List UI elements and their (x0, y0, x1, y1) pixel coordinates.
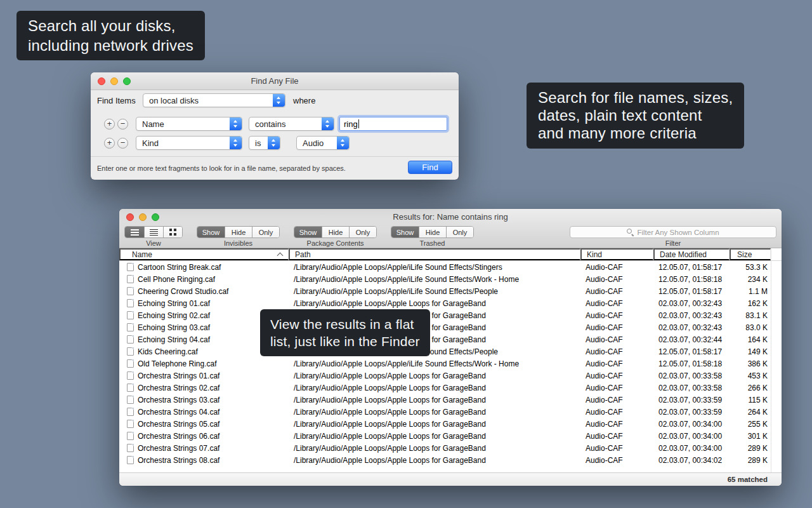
cell-kind: Audio-CAF (580, 432, 653, 441)
segment-hide-button[interactable]: Hide (225, 227, 252, 237)
cell-kind: Audio-CAF (580, 444, 653, 453)
table-row[interactable]: Echoing String 01.caf /Library/Audio/App… (119, 297, 782, 309)
close-button[interactable] (126, 213, 134, 221)
table-row[interactable]: Cell Phone Ringing.caf /Library/Audio/Ap… (119, 273, 782, 285)
cell-path: /Library/Audio/Apple Loops/Apple/iLife S… (289, 263, 580, 272)
segment-only-button[interactable]: Only (349, 227, 376, 237)
cell-path: /Library/Audio/Apple Loops/Apple Loops f… (289, 456, 580, 465)
close-button[interactable] (98, 77, 105, 85)
file-kind: Audio-CAF (586, 408, 623, 417)
segment-show-button[interactable]: Show (294, 227, 322, 237)
filter-section: Filter Any Shown Column Filter (570, 226, 776, 247)
results-titlebar[interactable]: Results for: Name contains ring (119, 209, 782, 225)
grid-view-button[interactable] (163, 227, 182, 237)
file-kind: Audio-CAF (586, 456, 623, 465)
file-path: /Library/Audio/Apple Loops/Apple/iLife S… (294, 287, 498, 296)
flat-list-view-button[interactable] (125, 227, 144, 237)
cell-date-modified: 02.03.07, 00:34:00 (653, 444, 730, 453)
table-row[interactable]: Orchestra Strings 06.caf /Library/Audio/… (119, 430, 782, 442)
table-row[interactable]: Cartoon String Break.caf /Library/Audio/… (119, 261, 782, 273)
remove-criterion-button[interactable]: − (117, 138, 128, 149)
file-name: Kids Cheering.caf (138, 347, 198, 356)
table-row[interactable]: Kids Cheering.caf /Library/Audio/Apple L… (119, 345, 782, 358)
file-size: 289 K (748, 456, 768, 465)
minimize-button[interactable] (139, 213, 147, 221)
add-criterion-button[interactable]: + (104, 138, 115, 149)
cell-date-modified: 12.05.07, 01:58:17 (653, 347, 730, 356)
segment-only-button[interactable]: Only (252, 227, 279, 237)
table-row[interactable]: Orchestra Strings 01.caf /Library/Audio/… (119, 370, 782, 382)
file-icon (127, 444, 134, 452)
zoom-button[interactable] (123, 77, 131, 85)
file-icon (127, 347, 134, 356)
table-row[interactable]: Orchestra Strings 05.caf /Library/Audio/… (119, 418, 782, 430)
file-icon (127, 263, 134, 271)
file-date-modified: 12.05.07, 01:58:17 (658, 263, 722, 272)
minimize-button[interactable] (110, 77, 118, 85)
table-row[interactable]: Old Telephone Ring.caf /Library/Audio/Ap… (119, 358, 782, 370)
table-row[interactable]: Echoing String 02.caf /Library/Audio/App… (119, 309, 782, 321)
scope-popup[interactable]: on local disks (143, 93, 285, 107)
cell-path: /Library/Audio/Apple Loops/Apple Loops f… (289, 299, 580, 308)
file-icon (127, 384, 134, 392)
search-term-input[interactable]: ring (339, 117, 447, 131)
cell-name: Cartoon String Break.caf (119, 261, 289, 273)
file-date-modified: 02.03.07, 00:34:02 (658, 456, 722, 465)
cell-kind: Audio-CAF (580, 359, 653, 368)
find-window-titlebar[interactable]: Find Any File (91, 72, 459, 90)
file-kind: Audio-CAF (586, 263, 623, 272)
segment-only-button[interactable]: Only (446, 227, 473, 237)
cell-name: Cell Phone Ringing.caf (119, 273, 289, 285)
file-kind: Audio-CAF (586, 359, 623, 368)
column-header-size[interactable]: Size (730, 248, 771, 260)
segment-hide-button[interactable]: Hide (419, 227, 446, 237)
filter-input[interactable]: Filter Any Shown Column (570, 226, 776, 238)
cell-name: Echoing String 01.caf (119, 297, 289, 309)
file-kind: Audio-CAF (586, 287, 623, 296)
scope-row: Find Items on local disks where (97, 93, 315, 107)
segment-show-button[interactable]: Show (197, 227, 225, 237)
table-row[interactable]: Cheering Crowd Studio.caf /Library/Audio… (119, 285, 782, 297)
detail-list-view-button[interactable] (144, 227, 163, 237)
plus-icon: + (107, 138, 112, 147)
cell-kind: Audio-CAF (580, 311, 653, 320)
value-popup[interactable]: Audio (296, 136, 350, 150)
column-header-name[interactable]: Name (119, 248, 289, 260)
file-name: Orchestra Strings 02.caf (138, 384, 219, 392)
table-row[interactable]: Orchestra Strings 02.caf /Library/Audio/… (119, 382, 782, 394)
file-date-modified: 12.05.07, 01:58:17 (658, 347, 722, 356)
column-header-date-modified[interactable]: Date Modified (653, 248, 730, 260)
segment-show-button[interactable]: Show (391, 227, 419, 237)
file-kind: Audio-CAF (586, 371, 623, 380)
file-size: 83.0 K (745, 323, 768, 332)
file-date-modified: 12.05.07, 01:58:18 (658, 275, 722, 284)
file-name: Orchestra Strings 06.caf (138, 432, 219, 441)
table-row[interactable]: Echoing String 03.caf /Library/Audio/App… (119, 321, 782, 333)
column-header-path[interactable]: Path (289, 248, 580, 260)
attribute-popup[interactable]: Name (136, 117, 242, 131)
segment-hide-button[interactable]: Hide (322, 227, 349, 237)
zoom-button[interactable] (152, 213, 159, 221)
cell-path: /Library/Audio/Apple Loops/Apple Loops f… (289, 420, 580, 429)
sort-ascending-icon (277, 252, 284, 258)
file-size: 289 K (748, 444, 768, 453)
operator-popup[interactable]: is (249, 136, 280, 150)
table-row[interactable]: Orchestra Strings 04.caf /Library/Audio/… (119, 406, 782, 418)
file-icon (127, 371, 134, 380)
add-criterion-button[interactable]: + (104, 119, 115, 130)
remove-criterion-button[interactable]: − (117, 119, 128, 130)
table-row[interactable]: Orchestra Strings 07.caf /Library/Audio/… (119, 442, 782, 454)
hint-text: Enter one or more text fragments to look… (97, 164, 346, 172)
find-button[interactable]: Find (408, 161, 452, 174)
operator-popup[interactable]: contains (249, 117, 334, 131)
cell-kind: Audio-CAF (580, 408, 653, 417)
column-header-kind[interactable]: Kind (580, 248, 653, 260)
callout-line: including network drives (28, 36, 193, 55)
segment-groups: ShowHideOnly Invisibles ShowHideOnly Pac… (197, 226, 474, 247)
table-row[interactable]: Orchestra Strings 08.caf /Library/Audio/… (119, 454, 782, 466)
segmented-group-label: Trashed (420, 239, 445, 247)
attribute-popup[interactable]: Kind (136, 136, 242, 150)
table-row[interactable]: Echoing String 04.caf /Library/Audio/App… (119, 333, 782, 345)
cell-date-modified: 02.03.07, 00:34:02 (653, 456, 730, 465)
table-row[interactable]: Orchestra Strings 03.caf /Library/Audio/… (119, 394, 782, 406)
